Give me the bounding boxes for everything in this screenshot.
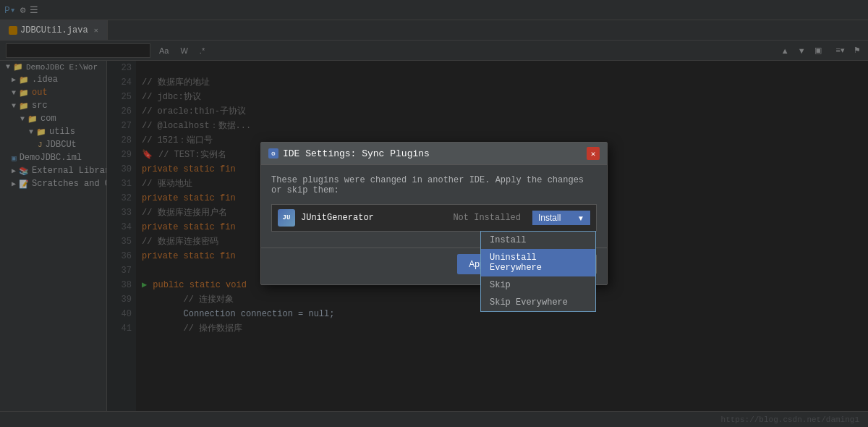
modal-description: These plugins were changed in another ID…	[271, 175, 597, 195]
dropdown-selected-label: Install	[538, 213, 561, 223]
dropdown-option-install[interactable]: Install	[481, 232, 595, 249]
plugin-status: Not Installed	[453, 213, 521, 223]
modal-body: These plugins were changed in another ID…	[261, 165, 607, 248]
ide-settings-icon: ⚙	[268, 148, 278, 158]
dropdown-option-skip[interactable]: Skip	[481, 276, 595, 294]
plugin-action-dropdown[interactable]: Install ▼	[532, 211, 590, 225]
dropdown-arrow-icon: ▼	[577, 214, 584, 222]
modal-title: IDE Settings: Sync Plugins	[283, 148, 430, 159]
dropdown-option-uninstall-everywhere[interactable]: Uninstall Everywhere	[481, 249, 595, 276]
sync-plugins-dialog: ⚙ IDE Settings: Sync Plugins ✕ These plu…	[260, 142, 608, 285]
plugin-logo: JU	[278, 209, 295, 227]
plugin-dropdown-menu: Install Uninstall Everywhere Skip Skip E…	[480, 231, 596, 312]
plugin-name: JUnitGenerator	[301, 213, 447, 223]
modal-overlay: ⚙ IDE Settings: Sync Plugins ✕ These plu…	[0, 0, 868, 427]
modal-close-button[interactable]: ✕	[587, 147, 600, 160]
modal-title-group: ⚙ IDE Settings: Sync Plugins	[268, 148, 430, 159]
modal-titlebar: ⚙ IDE Settings: Sync Plugins ✕	[261, 143, 607, 165]
plugin-row: JU JUnitGenerator Not Installed Install …	[271, 204, 597, 232]
dropdown-option-skip-everywhere[interactable]: Skip Everywhere	[481, 294, 595, 311]
